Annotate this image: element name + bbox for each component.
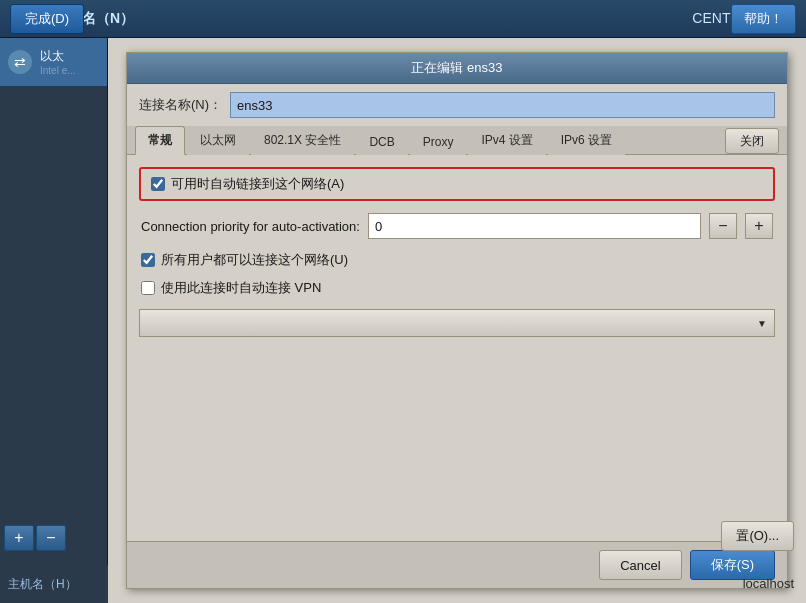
sidebar-item-ethernet[interactable]: ⇄ 以太 Intel e... [0, 38, 107, 86]
vpn-label[interactable]: 使用此连接时自动连接 VPN [161, 279, 321, 297]
tab-8021x[interactable]: 802.1X 安全性 [251, 126, 354, 155]
all-users-label[interactable]: 所有用户都可以连接这个网络(U) [161, 251, 348, 269]
tab-ipv4-label: IPv4 设置 [481, 133, 532, 147]
priority-row: Connection priority for auto-activation:… [139, 213, 775, 239]
sidebar-actions: + − [0, 521, 108, 555]
cancel-button[interactable]: Cancel [599, 550, 681, 580]
tab-proxy-label: Proxy [423, 135, 454, 149]
main-content: 正在编辑 ens33 连接名称(N)： 常规 以太网 802.1X 安全性 DC… [108, 38, 806, 603]
tab-dcb[interactable]: DCB [356, 129, 407, 155]
tab-proxy[interactable]: Proxy [410, 129, 467, 155]
help-button[interactable]: 帮助！ [731, 4, 796, 34]
sidebar-item-sublabel: Intel e... [40, 65, 76, 76]
auto-connect-row: 可用时自动链接到这个网络(A) [139, 167, 775, 201]
remove-connection-button[interactable]: − [36, 525, 66, 551]
configure-button[interactable]: 置(O)... [721, 521, 794, 551]
tab-general-label: 常规 [148, 133, 172, 147]
ethernet-icon: ⇄ [8, 50, 32, 74]
vpn-checkbox[interactable] [141, 281, 155, 295]
dialog: 正在编辑 ens33 连接名称(N)： 常规 以太网 802.1X 安全性 DC… [126, 52, 788, 589]
tab-ipv6[interactable]: IPv6 设置 [548, 126, 625, 155]
done-button[interactable]: 完成(D) [10, 4, 84, 34]
connection-name-label: 连接名称(N)： [139, 96, 222, 114]
tab-ethernet[interactable]: 以太网 [187, 126, 249, 155]
tabs-bar: 常规 以太网 802.1X 安全性 DCB Proxy IPv4 设置 IPv6… [127, 126, 787, 155]
close-button[interactable]: 关闭 [725, 128, 779, 154]
tab-general[interactable]: 常规 [135, 126, 185, 155]
all-users-checkbox[interactable] [141, 253, 155, 267]
priority-label: Connection priority for auto-activation: [141, 219, 360, 234]
priority-input[interactable] [368, 213, 701, 239]
dialog-footer: Cancel 保存(S) [127, 541, 787, 588]
vpn-row: 使用此连接时自动连接 VPN [139, 279, 775, 297]
priority-decrease-button[interactable]: − [709, 213, 737, 239]
add-connection-button[interactable]: + [4, 525, 34, 551]
sidebar: ⇄ 以太 Intel e... + − [0, 38, 108, 603]
tab-content-general: 可用时自动链接到这个网络(A) Connection priority for … [127, 155, 787, 541]
hostname-label: 主机名（H） [8, 576, 77, 593]
hostname-value: localhost [743, 576, 794, 591]
vpn-dropdown-wrapper: ▼ [139, 309, 775, 337]
tab-dcb-label: DCB [369, 135, 394, 149]
sidebar-item-label: 以太 [40, 48, 76, 65]
connection-name-input[interactable] [230, 92, 775, 118]
tab-ipv6-label: IPv6 设置 [561, 133, 612, 147]
hostname-label-area: 主机名（H） [0, 565, 108, 603]
auto-connect-checkbox[interactable] [151, 177, 165, 191]
tab-ethernet-label: 以太网 [200, 133, 236, 147]
top-bar: 网络和主机名（N） CENTOS 7 安装 [0, 0, 806, 38]
tab-8021x-label: 802.1X 安全性 [264, 133, 341, 147]
vpn-dropdown[interactable] [139, 309, 775, 337]
tab-ipv4[interactable]: IPv4 设置 [468, 126, 545, 155]
connection-name-row: 连接名称(N)： [127, 84, 787, 126]
all-users-row: 所有用户都可以连接这个网络(U) [139, 251, 775, 269]
configure-btn-area: 置(O)... [721, 521, 794, 551]
dialog-title: 正在编辑 ens33 [127, 53, 787, 84]
auto-connect-label[interactable]: 可用时自动链接到这个网络(A) [171, 175, 344, 193]
priority-increase-button[interactable]: + [745, 213, 773, 239]
